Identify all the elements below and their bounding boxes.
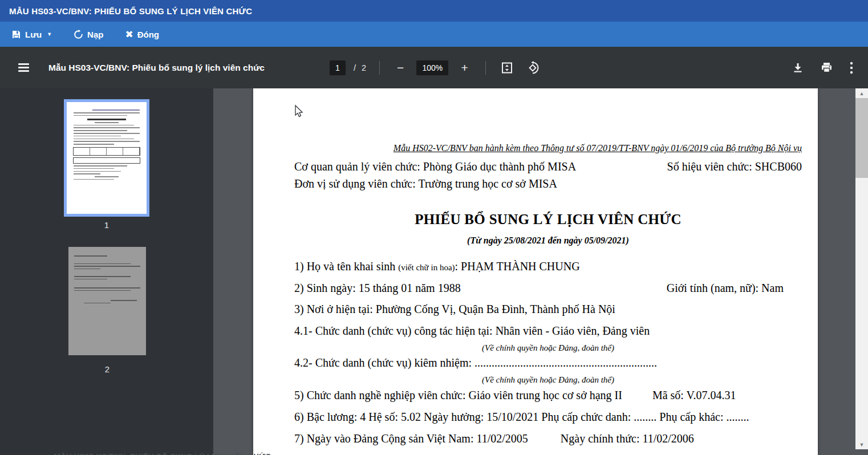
save-icon bbox=[11, 30, 21, 39]
save-button[interactable]: Lưu ▼ bbox=[8, 27, 55, 42]
doc-item-1: 1) Họ và tên khai sinh (viết chữ in hoa)… bbox=[294, 260, 802, 273]
toolbar-separator bbox=[379, 61, 380, 75]
doc-date-range: (Từ ngày 25/08/2021 đến ngày 05/09/2021) bbox=[294, 235, 802, 246]
doc-item-2: 2) Sinh ngày: 15 tháng 01 năm 1988 Giới … bbox=[294, 282, 802, 295]
vertical-scrollbar[interactable]: ▲ ▼ bbox=[855, 88, 868, 449]
doc-title: PHIẾU BỔ SUNG LÝ LỊCH VIÊN CHỨC bbox=[294, 212, 802, 228]
toolbar-separator bbox=[485, 61, 486, 75]
more-options-icon bbox=[850, 62, 853, 74]
hamburger-icon bbox=[18, 63, 29, 72]
close-button[interactable]: ✖ Đóng bbox=[121, 26, 163, 43]
download-icon bbox=[792, 62, 804, 74]
page-count: / 2 bbox=[354, 63, 367, 72]
bottom-cutoff-text: MẪU HS03-VC/BNV: PHIẾU BỔ SUNG LÝ LỊCH V… bbox=[54, 452, 522, 455]
app-window: MẪU HS03-VC/BNV: PHIẾU BỔ SUNG LÝ LỊCH V… bbox=[0, 0, 868, 455]
rotate-button[interactable] bbox=[524, 59, 542, 77]
doc-employee-code: Số hiệu viên chức: SHCB060 bbox=[667, 160, 802, 173]
window-titlebar: MẪU HS03-VC/BNV: PHIẾU BỔ SUNG LÝ LỊCH V… bbox=[0, 0, 868, 22]
pdf-viewer: Mẫu HS02-VC/BNV ban hành kèm theo Thông … bbox=[213, 88, 868, 455]
doc-header-note: Mẫu HS02-VC/BNV ban hành kèm theo Thông … bbox=[294, 143, 802, 153]
thumbnail-page-1-label: 1 bbox=[64, 220, 149, 230]
rotate-icon bbox=[526, 61, 540, 75]
doc-item-4-2-note: (Về chính quyền hoặc Đảng, đoàn thể) bbox=[294, 375, 802, 385]
close-label: Đóng bbox=[137, 30, 159, 39]
doc-item-5-right: Mã số: V.07.04.31 bbox=[652, 389, 736, 401]
zoom-in-icon: + bbox=[461, 61, 468, 74]
doc-item-7-left: 7) Ngày vào Đảng Cộng sản Việt Nam: 11/0… bbox=[294, 432, 528, 445]
sidebar-menu-button[interactable] bbox=[15, 58, 33, 78]
doc-item-1-note: (viết chữ in hoa) bbox=[398, 263, 455, 272]
doc-item-3: 3) Nơi ở hiện tại: Phường Cống Vị, Quận … bbox=[294, 303, 802, 316]
scroll-down-icon[interactable]: ▼ bbox=[855, 440, 868, 449]
reload-label: Nạp bbox=[87, 30, 103, 39]
refresh-icon bbox=[74, 30, 83, 39]
page-number-input[interactable] bbox=[330, 60, 346, 75]
doc-item-1-label: 1) Họ và tên khai sinh bbox=[294, 260, 398, 273]
doc-item-4-1-note: (Về chính quyền hoặc Đảng, đoàn thể) bbox=[294, 343, 802, 353]
page-total: 2 bbox=[362, 63, 367, 72]
doc-item-7: 7) Ngày vào Đảng Cộng sản Việt Nam: 11/0… bbox=[294, 432, 802, 445]
doc-item-5-left: 5) Chức danh nghề nghiệp viên chức: Giáo… bbox=[294, 389, 622, 401]
fit-page-button[interactable] bbox=[498, 59, 516, 76]
download-button[interactable] bbox=[790, 60, 806, 76]
pdf-content-area: 1 2 Mẫu HS02-VC/BNV ban hành kèm theo Th… bbox=[0, 88, 868, 455]
doc-item-4-2: 4.2- Chức danh (chức vụ) kiêm nhiệm: ...… bbox=[294, 356, 802, 369]
doc-item-1-value: : PHẠM THÀNH CHUNG bbox=[455, 260, 580, 273]
doc-using-unit: Đơn vị sử dụng viên chức: Trường trung h… bbox=[294, 177, 802, 190]
fit-page-icon bbox=[501, 62, 513, 74]
pdf-page-1: Mẫu HS02-VC/BNV ban hành kèm theo Thông … bbox=[253, 88, 818, 455]
caret-down-icon: ▼ bbox=[47, 31, 52, 37]
thumbnail-page-1-preview bbox=[67, 102, 147, 214]
thumbnail-page-2[interactable] bbox=[68, 247, 146, 355]
scrollbar-thumb[interactable] bbox=[855, 98, 868, 178]
scroll-up-icon[interactable]: ▲ bbox=[855, 88, 868, 98]
thumbnail-sidebar: 1 2 bbox=[0, 88, 213, 455]
doc-item-2-right: Giới tính (nam, nữ): Nam bbox=[667, 282, 784, 295]
doc-item-2-left: 2) Sinh ngày: 15 tháng 01 năm 1988 bbox=[294, 282, 461, 295]
print-icon bbox=[821, 62, 833, 74]
thumbnail-page-1[interactable] bbox=[64, 99, 149, 217]
doc-item-7-right: Ngày chính thức: 11/02/2006 bbox=[561, 432, 694, 445]
more-options-button[interactable] bbox=[847, 59, 855, 76]
doc-item-4-1: 4.1- Chức danh (chức vụ) công tác hiện t… bbox=[294, 324, 802, 338]
thumbnail-page-2-label: 2 bbox=[64, 364, 150, 374]
doc-managing-agency: Cơ quan quản lý viên chức: Phòng Giáo dụ… bbox=[294, 160, 576, 173]
close-icon: ✖ bbox=[125, 29, 133, 40]
print-button[interactable] bbox=[818, 59, 835, 76]
zoom-out-icon: − bbox=[397, 61, 404, 74]
doc-item-6: 6) Bậc lương: 4 Hệ số: 5.02 Ngày hưởng: … bbox=[294, 411, 802, 424]
save-label: Lưu bbox=[25, 30, 42, 39]
pdf-document-title: Mẫu HS03-VC/BNV: Phiếu bổ sung lý lịch v… bbox=[48, 63, 265, 73]
doc-item-5: 5) Chức danh nghề nghiệp viên chức: Giáo… bbox=[294, 389, 802, 402]
zoom-out-button[interactable]: − bbox=[392, 62, 408, 74]
doc-agency-row: Cơ quan quản lý viên chức: Phòng Giáo dụ… bbox=[294, 160, 802, 173]
window-title: MẪU HS03-VC/BNV: PHIẾU BỔ SUNG LÝ LỊCH V… bbox=[9, 6, 252, 16]
page-divider: / bbox=[354, 63, 356, 72]
zoom-in-button[interactable]: + bbox=[456, 62, 472, 74]
reload-button[interactable]: Nạp bbox=[70, 27, 107, 42]
action-toolbar: Lưu ▼ Nạp ✖ Đóng bbox=[0, 22, 868, 47]
zoom-level[interactable]: 100% bbox=[416, 60, 448, 75]
pdf-toolbar: Mẫu HS03-VC/BNV: Phiếu bổ sung lý lịch v… bbox=[0, 47, 868, 88]
